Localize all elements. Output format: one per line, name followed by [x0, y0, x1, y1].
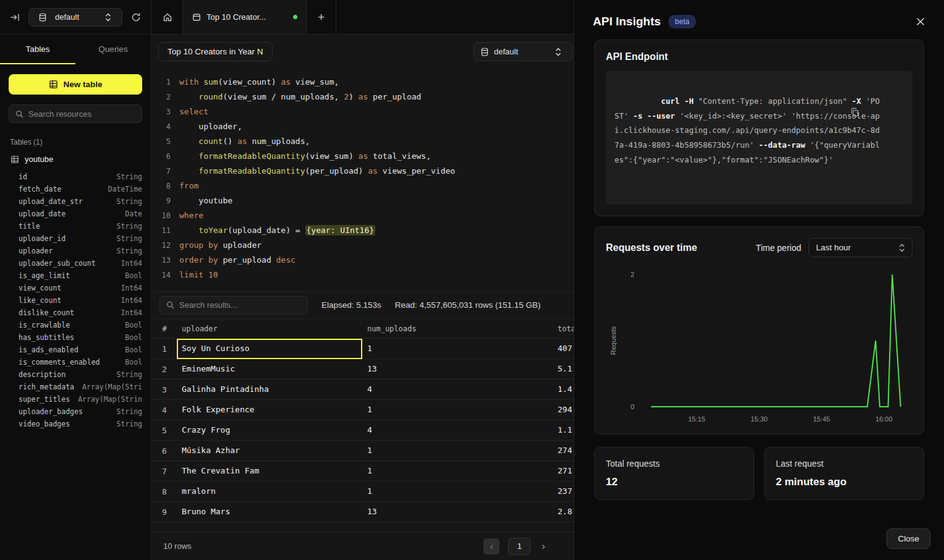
num-uploads-cell[interactable]: 4: [362, 420, 553, 441]
table-row[interactable]: 4Folk Experience1294: [152, 400, 574, 420]
previous-page-button[interactable]: ‹: [483, 538, 500, 554]
new-table-button[interactable]: New table: [9, 74, 142, 95]
num-uploads-cell[interactable]: 1: [362, 441, 553, 461]
table-row[interactable]: 8mralorn1237: [152, 482, 574, 502]
query-title[interactable]: Top 10 Creators in Year N: [158, 42, 273, 61]
column-row[interactable]: dislike_countInt64: [19, 307, 142, 319]
uploader-cell[interactable]: Galinha Pintadinha: [177, 380, 362, 400]
uploader-cell[interactable]: mralorn: [177, 482, 362, 502]
uploader-cell[interactable]: Bruno Mars: [177, 502, 362, 522]
num-uploads-cell[interactable]: 13: [362, 359, 553, 380]
table-row[interactable]: 5Crazy Frog41.1: [152, 420, 574, 441]
code-line[interactable]: 8from: [152, 179, 574, 193]
next-page-button[interactable]: ›: [539, 540, 548, 553]
code-line[interactable]: 11 toYear(upload_date) = {year: UInt16}: [152, 223, 574, 238]
code-line[interactable]: 13order by per_upload desc: [152, 253, 574, 268]
tab-tables[interactable]: Tables: [0, 35, 75, 64]
current-page[interactable]: 1: [508, 538, 530, 555]
column-row[interactable]: super_titlesArray(Map(Strin: [19, 393, 142, 405]
num-uploads-cell[interactable]: 1: [362, 400, 553, 420]
total-views-cell[interactable]: 407: [553, 339, 574, 359]
column-row[interactable]: fetch_dateDateTime: [19, 183, 142, 195]
sidebar-item-youtube[interactable]: youtube: [0, 150, 151, 168]
new-tab-button[interactable]: +: [307, 0, 336, 34]
code-token: [179, 92, 198, 101]
close-button[interactable]: Close: [887, 528, 930, 549]
close-icon[interactable]: [916, 17, 925, 27]
code-line[interactable]: 2 round(view_sum / num_uploads, 2) as pe…: [152, 90, 574, 104]
table-row[interactable]: 9Bruno Mars132.8: [152, 502, 574, 522]
code-line[interactable]: 10where: [152, 208, 574, 223]
column-row[interactable]: video_badgesString: [19, 418, 142, 430]
column-row[interactable]: uploader_badgesString: [19, 405, 142, 418]
home-button[interactable]: [152, 0, 183, 34]
search-results[interactable]: [159, 296, 308, 315]
column-row[interactable]: is_comments_enabledBool: [19, 356, 142, 368]
uploader-cell[interactable]: EminemMusic: [177, 359, 362, 380]
search-resources-input[interactable]: [28, 109, 135, 119]
column-row[interactable]: like_countInt64: [19, 294, 142, 307]
table-row[interactable]: 3Galinha Pintadinha41.4: [152, 380, 574, 400]
num-uploads-cell[interactable]: 1: [362, 461, 553, 482]
sidebar-toggle-icon[interactable]: [7, 10, 22, 25]
search-results-input[interactable]: [179, 300, 301, 310]
tab-queries[interactable]: Queries: [75, 35, 151, 64]
column-row[interactable]: uploader_idString: [19, 232, 142, 245]
num-uploads-cell[interactable]: 13: [362, 502, 553, 522]
uploader-cell[interactable]: Crazy Frog: [177, 420, 362, 441]
code-line[interactable]: 3select: [152, 104, 574, 119]
uploader-cell[interactable]: The Crevatin Fam: [177, 461, 362, 482]
column-row[interactable]: uploader_sub_countInt64: [19, 257, 142, 269]
refresh-icon[interactable]: [129, 10, 143, 25]
column-row[interactable]: idString: [19, 171, 142, 183]
code-line[interactable]: 4 uploader,: [152, 119, 574, 134]
code-line[interactable]: 14limit 10: [152, 268, 574, 282]
header-index[interactable]: #: [152, 325, 177, 333]
num-uploads-cell[interactable]: 1: [362, 482, 553, 502]
uploader-cell[interactable]: Folk Experience: [177, 400, 362, 420]
table-row[interactable]: 2EminemMusic135.1: [152, 359, 574, 380]
code-line[interactable]: 6 formatReadableQuantity(view_sum) as to…: [152, 149, 574, 164]
code-line[interactable]: 9 youtube: [152, 193, 574, 208]
code-line[interactable]: 7 formatReadableQuantity(per_upload) as …: [152, 164, 574, 179]
code-editor[interactable]: 1with sum(view_count) as view_sum,2 roun…: [152, 69, 574, 291]
total-views-cell[interactable]: 1.1: [553, 420, 574, 441]
database-selector[interactable]: default: [28, 8, 122, 27]
tab-top-10-creators[interactable]: Top 10 Creator...: [183, 0, 307, 34]
header-uploader[interactable]: uploader: [177, 325, 362, 333]
column-row[interactable]: is_crawlableBool: [19, 319, 142, 331]
query-database-selector[interactable]: default: [474, 42, 572, 61]
search-resources[interactable]: [9, 104, 142, 123]
code-line[interactable]: 1with sum(view_count) as view_sum,: [152, 75, 574, 90]
code-line[interactable]: 12group by uploader: [152, 238, 574, 253]
table-row[interactable]: 6Músika Azhar1274: [152, 441, 574, 461]
total-views-cell[interactable]: 5.1: [553, 359, 574, 380]
header-total-views[interactable]: total_views: [553, 325, 574, 333]
time-period-select[interactable]: Last hour: [809, 238, 912, 257]
column-row[interactable]: rich_metadataArray(Map(Stri: [19, 381, 142, 393]
uploader-cell[interactable]: Músika Azhar: [177, 441, 362, 461]
code-line[interactable]: 5 count() as num_uploads,: [152, 134, 574, 149]
column-row[interactable]: is_age_limitBool: [19, 269, 142, 282]
uploader-cell[interactable]: Soy Un Curioso: [177, 339, 362, 359]
total-views-cell[interactable]: 2.8: [553, 502, 574, 522]
header-num-uploads[interactable]: num_uploads: [362, 325, 553, 333]
total-views-cell[interactable]: 294: [553, 400, 574, 420]
column-row[interactable]: view_countInt64: [19, 282, 142, 294]
num-uploads-cell[interactable]: 4: [362, 380, 553, 400]
total-views-cell[interactable]: 274: [553, 441, 574, 461]
total-views-cell[interactable]: 1.4: [553, 380, 574, 400]
column-row[interactable]: uploaderString: [19, 245, 142, 257]
column-row[interactable]: descriptionString: [19, 368, 142, 381]
column-row[interactable]: has_subtitlesBool: [19, 331, 142, 344]
column-row[interactable]: is_ads_enabledBool: [19, 344, 142, 356]
copy-icon[interactable]: [850, 78, 906, 146]
total-views-cell[interactable]: 237: [553, 482, 574, 502]
table-row[interactable]: 1Soy Un Curioso1407: [152, 339, 574, 359]
column-row[interactable]: upload_dateDate: [19, 208, 142, 220]
table-row[interactable]: 7The Crevatin Fam1271: [152, 461, 574, 482]
num-uploads-cell[interactable]: 1: [362, 339, 553, 359]
total-views-cell[interactable]: 271: [553, 461, 574, 482]
column-row[interactable]: titleString: [19, 220, 142, 232]
column-row[interactable]: upload_date_strString: [19, 195, 142, 208]
